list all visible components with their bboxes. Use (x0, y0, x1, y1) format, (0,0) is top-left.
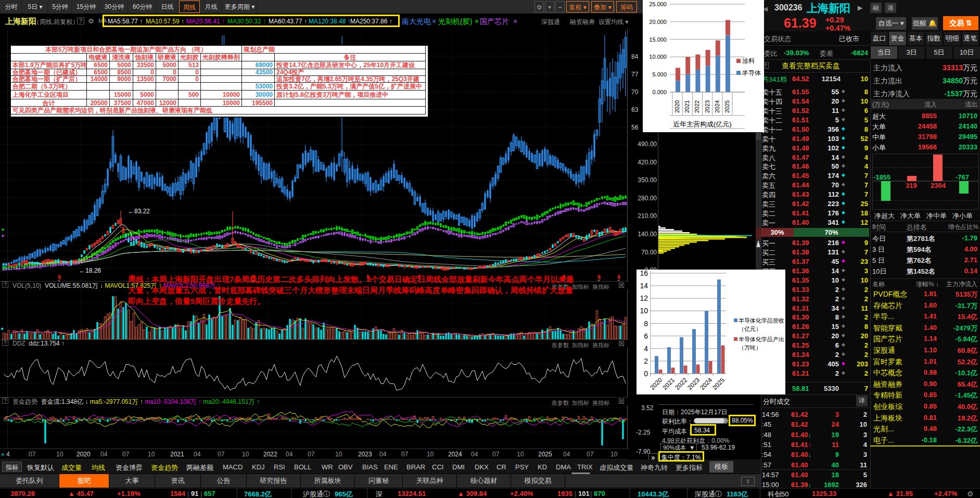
svg-text:←83.22: ←83.22 (128, 208, 150, 215)
svg-text:5.000: 5.000 (652, 71, 667, 78)
svg-text:2: 2 (644, 357, 648, 365)
svg-text:2022: 2022 (694, 100, 700, 113)
svg-text:6: 6 (644, 332, 648, 340)
svg-text:16: 16 (640, 270, 648, 277)
svg-text:半导体化学品营收: 半导体化学品营收 (739, 317, 784, 324)
svg-text:2020: 2020 (674, 100, 680, 113)
svg-text:25.000: 25.000 (649, 1, 667, 7)
svg-text:←18.26: ←18.26 (79, 267, 101, 274)
svg-text:2025: 2025 (724, 100, 730, 113)
svg-text:2304: 2304 (931, 182, 946, 189)
svg-text:8: 8 (644, 320, 648, 328)
svg-text:10: 10 (640, 307, 648, 315)
svg-text:近年主营构成(亿元): 近年主营构成(亿元) (673, 120, 732, 128)
svg-text:半导体化学品产出: 半导体化学品产出 (739, 336, 784, 342)
svg-text:（万吨）: （万吨） (739, 344, 761, 351)
svg-text:0.000: 0.000 (652, 89, 667, 95)
svg-text:-767: -767 (956, 173, 969, 181)
svg-text:12: 12 (640, 294, 648, 302)
svg-text:-1855: -1855 (873, 173, 890, 181)
svg-text:（亿元）: （亿元） (739, 326, 761, 332)
svg-text:15.000: 15.000 (649, 36, 667, 43)
svg-text:涂料: 涂料 (742, 57, 755, 65)
svg-text:0: 0 (644, 369, 648, 378)
svg-text:20.000: 20.000 (649, 19, 667, 25)
svg-text:2024: 2024 (714, 100, 720, 113)
svg-text:10.000: 10.000 (649, 54, 667, 60)
svg-text:2023: 2023 (704, 100, 710, 113)
svg-text:2021: 2021 (684, 100, 690, 113)
svg-text:半导体: 半导体 (742, 69, 761, 76)
svg-text:319: 319 (906, 182, 917, 189)
svg-text:4: 4 (644, 344, 648, 353)
svg-text:§: § (58, 274, 61, 280)
svg-text:14: 14 (640, 282, 648, 290)
